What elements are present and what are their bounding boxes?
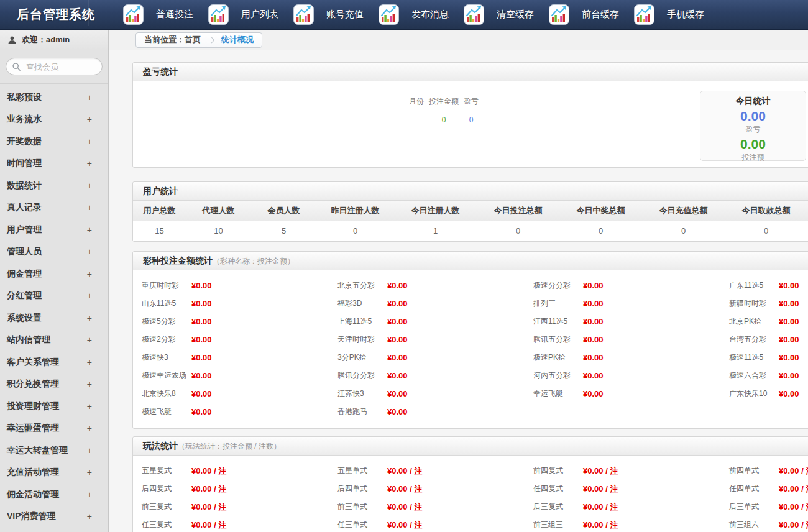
sidebar-item-vip-consumption[interactable]: VIP消费管理+: [0, 506, 108, 528]
sidebar-item-time-management[interactable]: 时间管理+: [0, 153, 108, 175]
table-row: 15 10 5 0 1 0 0 0 0: [133, 221, 808, 241]
sidebar-item-administrators[interactable]: 管理人员+: [0, 241, 108, 264]
lottery-stat: 极速分分彩¥0.00: [533, 277, 729, 295]
lottery-panel-title: 彩种投注金额统计: [143, 255, 213, 265]
expand-plus-icon: +: [87, 490, 92, 500]
cell-value: 15: [133, 221, 186, 241]
play-panel-subtitle: （玩法统计：投注金额 / 注数）: [178, 442, 281, 451]
today-bet-label: 投注额: [700, 152, 806, 163]
sidebar-item-commission-management[interactable]: 佣金管理+: [0, 263, 108, 285]
play-stat: 任四复式¥0.00 / 注: [533, 480, 729, 498]
expand-plus-icon: +: [87, 181, 92, 191]
topnav-item-account-recharge[interactable]: 账号充值: [293, 4, 364, 25]
lottery-stat: 广东快乐10¥0.00: [729, 385, 808, 403]
expand-plus-icon: +: [87, 446, 92, 456]
lottery-stat: 福彩3D¥0.00: [337, 295, 533, 313]
sidebar-item-private-lottery-preset[interactable]: 私彩预设+: [0, 86, 108, 109]
play-stat: 前四单式¥0.00 / 注: [729, 462, 808, 480]
cell-value: 0: [642, 221, 725, 241]
sidebar-item-live-records[interactable]: 真人记录+: [0, 197, 108, 219]
sidebar-item-user-management[interactable]: 用户管理+: [0, 219, 108, 241]
top-menu: 普通投注 用户列表 账号充值 发布消息 清空缓存 前台缓存 手机缓存: [107, 4, 719, 25]
lottery-stat: 极速2分彩¥0.00: [142, 331, 337, 349]
bar-chart-icon: [123, 4, 144, 25]
topnav-item-mobile-cache[interactable]: 手机缓存: [634, 4, 704, 25]
lottery-stat: 山东11选5¥0.00: [142, 295, 337, 313]
col-header: 今日投注总额: [477, 201, 559, 221]
play-stat: 任三复式¥0.00 / 注: [142, 516, 337, 532]
sidebar-item-lucky-wheel[interactable]: 幸运大转盘管理+: [0, 439, 108, 462]
topnav-item-label: 普通投注: [156, 9, 193, 21]
sidebar-item-lucky-egg[interactable]: 幸运砸蛋管理+: [0, 418, 108, 440]
breadcrumb-current[interactable]: 统计概况: [221, 34, 254, 45]
lottery-stat: 北京PK拾¥0.00: [729, 313, 808, 331]
lottery-grid: 重庆时时彩¥0.00 北京五分彩¥0.00 极速分分彩¥0.00 广东11选5¥…: [133, 270, 808, 428]
expand-plus-icon: +: [87, 423, 92, 433]
lottery-stat: 台湾五分彩¥0.00: [729, 331, 808, 349]
user-icon: [7, 35, 17, 45]
lottery-stat: 江西11选5¥0.00: [533, 313, 729, 331]
col-header: 昨日注册人数: [316, 201, 394, 221]
sidebar-item-site-message[interactable]: 站内信管理+: [0, 329, 108, 352]
topnav-item-label: 清空缓存: [497, 9, 534, 21]
legend-profit-value: 0: [464, 116, 479, 124]
sidebar-item-data-statistics[interactable]: 数据统计+: [0, 175, 108, 197]
cell-value: 0: [559, 221, 642, 241]
lottery-stat: 幸运飞艇¥0.00: [533, 385, 729, 403]
lottery-stat: 新疆时时彩¥0.00: [729, 295, 808, 313]
lottery-stat: 河内五分彩¥0.00: [533, 367, 729, 385]
sidebar-item-commission-activity[interactable]: 佣金活动管理+: [0, 484, 108, 506]
expand-plus-icon: +: [87, 313, 92, 323]
cell-value: 0: [477, 221, 559, 241]
profit-panel-title: 盈亏统计: [133, 63, 808, 81]
play-stat: 前三组三¥0.00 / 注: [533, 516, 729, 532]
user-stats-panel: 用户统计 用户总数 代理人数 会员人数 昨日注册人数 今日注册人数 今日投注总额: [132, 181, 808, 242]
play-stat: 后三单式¥0.00 / 注: [729, 498, 808, 516]
breadcrumb-home[interactable]: 当前位置：首页: [144, 34, 201, 45]
lottery-stat: 极速5分彩¥0.00: [142, 313, 337, 331]
topnav-item-label: 发布消息: [411, 9, 449, 21]
breadcrumb: 当前位置：首页 统计概况: [135, 32, 262, 48]
col-header: 今日中奖总额: [559, 201, 642, 221]
lottery-stat: 江苏快3¥0.00: [337, 385, 533, 403]
sidebar-item-dividend-management[interactable]: 分红管理+: [0, 285, 108, 308]
topnav-item-publish-message[interactable]: 发布消息: [379, 4, 449, 25]
lottery-stat: 极速快3¥0.00: [142, 349, 337, 367]
sidebar-item-investment[interactable]: 投资理财管理+: [0, 395, 108, 418]
topnav-item-label: 前台缓存: [582, 9, 619, 21]
play-stat: 前三单式¥0.00 / 注: [337, 498, 533, 516]
today-stats-box: 今日统计 0.00 盈亏 0.00 投注额: [700, 91, 806, 161]
sidebar-item-system-settings[interactable]: 系统设置+: [0, 307, 108, 329]
play-stat: 前四复式¥0.00 / 注: [533, 462, 729, 480]
expand-plus-icon: +: [87, 357, 92, 367]
profit-chart-area: 月份 投注金额 0 盈亏 0 今日统计 0.00 盈亏 0.00: [133, 81, 808, 167]
welcome-bar: 欢迎：admin: [0, 30, 108, 50]
topnav-item-front-cache[interactable]: 前台缓存: [549, 4, 619, 25]
sidebar-item-draw-data[interactable]: 开奖数据+: [0, 131, 108, 153]
today-profit-value: 0.00: [700, 109, 806, 124]
expand-plus-icon: +: [87, 269, 92, 279]
play-stat: 五星复式¥0.00 / 注: [142, 462, 337, 480]
topnav-item-clear-cache[interactable]: 清空缓存: [464, 4, 534, 25]
col-header: 今日取款总额: [725, 201, 807, 221]
play-stat: 前三组六¥0.00 / 注: [729, 516, 808, 532]
expand-plus-icon: +: [87, 291, 92, 301]
sidebar-item-business-flow[interactable]: 业务流水+: [0, 109, 108, 131]
play-stats-panel: 玩法统计（玩法统计：投注金额 / 注数） 五星复式¥0.00 / 注 五星单式¥…: [132, 436, 808, 532]
topnav-item-normal-bet[interactable]: 普通投注: [123, 4, 193, 25]
search-icon: [12, 62, 21, 71]
sidebar-item-points-exchange[interactable]: 积分兑换管理+: [0, 374, 108, 396]
topnav-item-user-list[interactable]: 用户列表: [208, 4, 278, 25]
top-navbar: 后台管理系统 普通投注 用户列表 账号充值 发布消息 清空缓存 前台缓存 手机缓…: [0, 0, 808, 30]
play-stat: 前三复式¥0.00 / 注: [142, 498, 337, 516]
sidebar-item-recharge-activity[interactable]: 充值活动管理+: [0, 462, 108, 484]
lottery-stat: 腾讯五分彩¥0.00: [533, 331, 729, 349]
app-title: 后台管理系统: [0, 6, 107, 23]
play-stat: 任三单式¥0.00 / 注: [337, 516, 533, 532]
table-header-row: 用户总数 代理人数 会员人数 昨日注册人数 今日注册人数 今日投注总额 今日中奖…: [133, 201, 808, 221]
sidebar-item-crm[interactable]: 客户关系管理+: [0, 351, 108, 374]
topnav-item-label: 手机缓存: [667, 9, 704, 21]
member-search: [0, 50, 108, 84]
col-header: 代理人数: [186, 201, 251, 221]
lottery-amount-panel: 彩种投注金额统计（彩种名称：投注金额） 重庆时时彩¥0.00 北京五分彩¥0.0…: [132, 251, 808, 429]
